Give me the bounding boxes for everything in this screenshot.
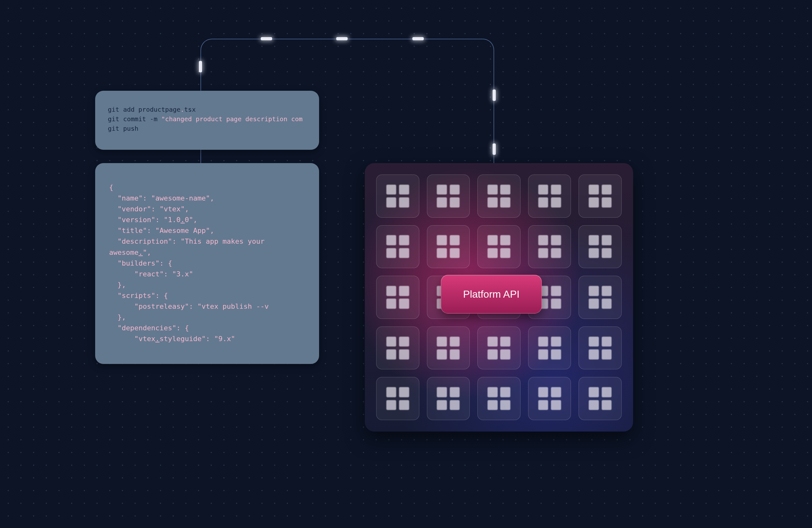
wire-node (493, 89, 496, 101)
window-icon (386, 337, 409, 359)
window-icon (589, 337, 611, 359)
window-icon (488, 235, 510, 258)
window-icon (589, 235, 611, 258)
terminal-content: git add productpage.tsx git commit -m "c… (108, 105, 306, 133)
window-icon (386, 286, 409, 309)
api-tile (427, 174, 470, 218)
wire-node (261, 37, 272, 40)
window-icon (386, 185, 409, 208)
api-tile (528, 377, 571, 420)
window-icon (437, 337, 460, 359)
api-tile (528, 327, 571, 370)
api-tile (427, 225, 470, 269)
api-tile (477, 174, 521, 218)
window-icon (386, 387, 409, 410)
window-icon (589, 387, 611, 410)
api-tile (427, 327, 470, 370)
api-tile (376, 174, 419, 218)
manifest-card: { "name": "awesome-name", "vendor": "vte… (95, 163, 319, 364)
api-tile (528, 174, 571, 218)
api-tile (477, 327, 521, 370)
window-icon (538, 337, 561, 359)
window-icon (488, 185, 510, 208)
api-tile (477, 225, 521, 269)
window-icon (589, 185, 611, 208)
api-tile (376, 276, 419, 319)
wire-node (199, 61, 202, 72)
api-tile (376, 327, 419, 370)
wire-node (336, 37, 348, 40)
api-tile (376, 377, 419, 420)
window-icon (538, 185, 561, 208)
window-icon (488, 387, 510, 410)
api-tile (579, 377, 622, 420)
window-icon (386, 235, 409, 258)
api-tile (579, 276, 622, 319)
api-tile (579, 174, 622, 218)
window-icon (437, 235, 460, 258)
window-icon (437, 387, 460, 410)
api-tile (427, 377, 470, 420)
wire-node (493, 143, 496, 155)
window-icon (538, 387, 561, 410)
manifest-content: { "name": "awesome-name", "vendor": "vte… (109, 182, 305, 344)
api-tile (579, 225, 622, 269)
window-icon (488, 337, 510, 359)
api-tile (579, 327, 622, 370)
wire-node (412, 37, 424, 40)
window-icon (437, 185, 460, 208)
platform-api-badge: Platform API (441, 275, 542, 314)
platform-api-label: Platform API (463, 288, 520, 300)
api-tile (477, 377, 521, 420)
terminal-card: git add productpage.tsx git commit -m "c… (95, 91, 319, 150)
api-tile (376, 225, 419, 269)
window-icon (589, 286, 611, 309)
window-icon (538, 235, 561, 258)
api-tile (528, 225, 571, 269)
